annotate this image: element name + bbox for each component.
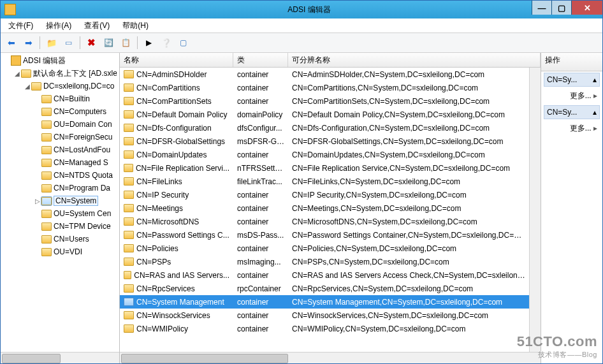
list-row[interactable]: CN=DomainUpdatescontainerCN=DomainUpdate… xyxy=(120,148,529,161)
tree-node[interactable]: CN=Managed S xyxy=(1,156,119,169)
export-button[interactable] xyxy=(118,35,134,51)
cell-dn: CN=RpcServices,CN=System,DC=sxleilong,DC… xyxy=(288,284,529,293)
list-row[interactable]: CN=RpcServicesrpcContainerCN=RpcServices… xyxy=(120,282,529,295)
menu-bar[interactable]: 文件(F) 操作(A) 查看(V) 帮助(H) xyxy=(1,18,602,33)
list-row[interactable]: CN=MeetingscontainerCN=Meetings,CN=Syste… xyxy=(120,201,529,215)
folder-icon xyxy=(41,222,52,231)
folder-icon xyxy=(124,324,134,333)
list-row[interactable]: CN=PoliciescontainerCN=Policies,CN=Syste… xyxy=(120,242,529,255)
list-vscrollbar[interactable] xyxy=(529,68,541,352)
expand-icon[interactable]: ▷ xyxy=(34,198,41,205)
expand-icon[interactable]: ◢ xyxy=(24,83,31,90)
menu-action[interactable]: 操作(A) xyxy=(41,19,76,33)
tree-node[interactable]: CN=Computers xyxy=(1,105,119,118)
cell-class: container xyxy=(233,204,288,213)
tree-node[interactable]: CN=Program Da xyxy=(1,182,119,194)
minimize-button[interactable]: — xyxy=(532,1,551,15)
list-row[interactable]: CN=Default Domain PolicydomainPolicyCN=D… xyxy=(120,108,529,121)
col-class[interactable]: 类 xyxy=(233,53,288,67)
maximize-button[interactable]: ▢ xyxy=(551,1,571,15)
folder-icon xyxy=(124,271,131,279)
tree-node[interactable]: ◢默认命名上下文 [AD.sxle xyxy=(1,67,119,80)
tree-label: CN=Builtin xyxy=(54,94,90,103)
view-toggle-button[interactable] xyxy=(61,35,76,51)
col-name[interactable]: 名称 xyxy=(120,53,233,67)
separator xyxy=(40,36,40,49)
folder-icon xyxy=(41,171,52,180)
tree-label: CN=LostAndFou xyxy=(54,145,110,154)
folder-icon xyxy=(124,204,134,212)
list-row[interactable]: CN=File Replication Servi...nTFRSSettin.… xyxy=(120,161,529,175)
list-row[interactable]: CN=DFSR-GlobalSettingsmsDFSR-Gl...CN=DFS… xyxy=(120,135,529,148)
list-row[interactable]: CN=AdminSDHoldercontainerCN=AdminSDHolde… xyxy=(120,68,529,81)
list-row[interactable]: CN=Dfs-ConfigurationdfsConfigur...CN=Dfs… xyxy=(120,121,529,135)
tree-node[interactable]: CN=ForeignSecu xyxy=(1,131,119,143)
tree-node[interactable]: CN=LostAndFou xyxy=(1,143,119,156)
list-row[interactable]: CN=IP SecuritycontainerCN=IP Security,CN… xyxy=(120,188,529,201)
tree-node[interactable]: CN=Builtin xyxy=(1,92,119,105)
list-row[interactable]: CN=ComPartitionSetscontainerCN=ComPartit… xyxy=(120,94,529,108)
tree-label: CN=TPM Device xyxy=(54,222,111,231)
view-pane-button[interactable] xyxy=(175,35,191,51)
refresh-button[interactable] xyxy=(101,35,117,51)
tree-node[interactable]: OU=System Cen xyxy=(1,207,119,220)
tree-node[interactable]: CN=NTDS Quota xyxy=(1,169,119,182)
folder-icon xyxy=(124,110,134,119)
list-row[interactable]: CN=PSPsmsImaging...CN=PSPs,CN=System,DC=… xyxy=(120,255,529,268)
list-hscrollbar[interactable] xyxy=(120,352,541,363)
tree-pane[interactable]: ADSI 编辑器◢默认命名上下文 [AD.sxle◢DC=sxleilong,D… xyxy=(1,53,120,363)
title-bar[interactable]: ADSI 编辑器 — ▢ ✕ xyxy=(1,1,602,18)
folder-icon xyxy=(31,82,41,91)
list-row[interactable]: CN=WinsockServicescontainerCN=WinsockSer… xyxy=(120,309,529,322)
separator xyxy=(137,36,138,49)
list-row[interactable]: CN=ComPartitionscontainerCN=ComPartition… xyxy=(120,81,529,94)
app-icon xyxy=(11,56,21,65)
tree-view[interactable]: ADSI 编辑器◢默认命名上下文 [AD.sxle◢DC=sxleilong,D… xyxy=(1,53,119,352)
tree-node[interactable]: OU=Domain Con xyxy=(1,118,119,131)
tree-label: 默认命名上下文 [AD.sxle xyxy=(33,68,117,79)
list-row[interactable]: CN=MicrosoftDNScontainerCN=MicrosoftDNS,… xyxy=(120,215,529,228)
cell-dn: CN=RAS and IAS Servers Access Check,CN=S… xyxy=(288,271,529,280)
list-row[interactable]: CN=FileLinksfileLinkTrac...CN=FileLinks,… xyxy=(120,175,529,188)
actions-group-1[interactable]: CN=Sy...▴ xyxy=(544,73,600,87)
folder-icon xyxy=(124,177,134,186)
menu-view[interactable]: 查看(V) xyxy=(79,19,115,33)
tree-node[interactable]: ADSI 编辑器 xyxy=(1,54,119,67)
back-button[interactable] xyxy=(3,35,19,51)
folder-icon xyxy=(41,120,52,129)
list-row[interactable]: CN=Password Settings C...msDS-Pass...CN=… xyxy=(120,228,529,242)
folder-icon xyxy=(124,231,134,239)
actions-more-2[interactable]: 更多... xyxy=(546,123,597,134)
menu-file[interactable]: 文件(F) xyxy=(3,19,38,33)
close-button[interactable]: ✕ xyxy=(571,1,602,15)
up-button[interactable] xyxy=(43,35,59,51)
list-row[interactable]: CN=RAS and IAS Servers...containerCN=RAS… xyxy=(120,268,529,282)
expand-icon[interactable]: ◢ xyxy=(13,70,21,77)
delete-button[interactable]: ✖ xyxy=(84,35,99,51)
properties-button[interactable]: ▶ xyxy=(141,35,157,51)
tree-label: CN=Computers xyxy=(54,107,106,116)
folder-icon xyxy=(41,235,52,244)
folder-icon xyxy=(124,258,134,266)
tree-node[interactable]: ▷CN=System xyxy=(1,194,119,207)
tree-node[interactable]: CN=Users xyxy=(1,233,119,245)
folder-icon xyxy=(124,124,134,132)
tree-node[interactable]: ◢DC=sxleilong,DC=co xyxy=(1,80,119,92)
column-headers[interactable]: 名称 类 可分辨名称 xyxy=(120,53,541,68)
tree-hscrollbar[interactable] xyxy=(1,352,119,363)
toolbar: ✖ ▶ xyxy=(1,33,602,53)
tree-node[interactable]: OU=VDI xyxy=(1,245,119,258)
list-row[interactable]: CN=System ManagementcontainerCN=System M… xyxy=(120,295,529,309)
col-dn[interactable]: 可分辨名称 xyxy=(288,53,541,67)
forward-button[interactable] xyxy=(20,35,36,51)
list-row[interactable]: CN=WMIPolicycontainerCN=WMIPolicy,CN=Sys… xyxy=(120,322,529,335)
help-button[interactable] xyxy=(158,35,174,51)
list-rows[interactable]: CN=AdminSDHoldercontainerCN=AdminSDHolde… xyxy=(120,68,529,352)
cell-name: CN=File Replication Servi... xyxy=(120,164,233,173)
cell-name: CN=ComPartitions xyxy=(120,84,233,92)
tree-node[interactable]: CN=TPM Device xyxy=(1,220,119,233)
actions-more-1[interactable]: 更多... xyxy=(546,91,597,101)
cell-name: CN=WinsockServices xyxy=(120,311,233,320)
menu-help[interactable]: 帮助(H) xyxy=(117,19,154,33)
actions-group-2[interactable]: CN=Sy...▴ xyxy=(544,105,600,119)
